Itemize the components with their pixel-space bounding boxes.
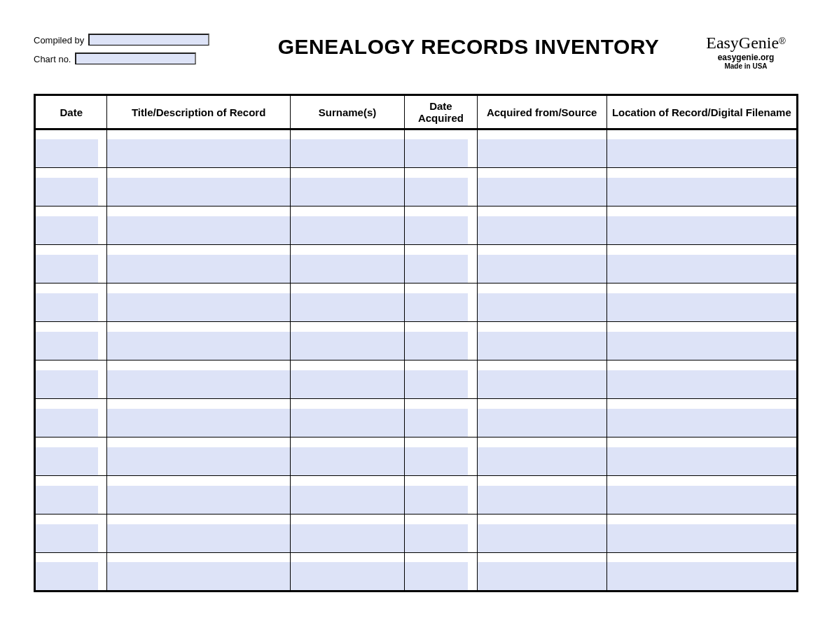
- col-date-acquired: Date Acquired: [405, 95, 477, 130]
- date-input[interactable]: [36, 216, 98, 244]
- cell-source: [477, 284, 606, 322]
- cell-title: [107, 360, 290, 399]
- date-input[interactable]: [36, 562, 98, 590]
- title-input[interactable]: [107, 486, 289, 514]
- surname-input[interactable]: [291, 524, 404, 552]
- cell-date-acquired: [405, 168, 477, 206]
- date-acquired-input[interactable]: [405, 293, 468, 321]
- title-input[interactable]: [107, 524, 289, 552]
- surname-input[interactable]: [291, 293, 404, 321]
- table-row: [35, 438, 798, 476]
- cell-date-acquired: [405, 130, 477, 168]
- cell-date-acquired: [405, 284, 477, 322]
- surname-input[interactable]: [291, 332, 404, 360]
- date-input[interactable]: [36, 370, 98, 398]
- source-input[interactable]: [478, 216, 606, 244]
- surname-input[interactable]: [291, 562, 404, 590]
- title-input[interactable]: [107, 409, 289, 437]
- location-input[interactable]: [607, 216, 796, 244]
- date-acquired-input[interactable]: [405, 139, 468, 167]
- location-input[interactable]: [607, 409, 796, 437]
- compiled-by-input[interactable]: [88, 34, 209, 46]
- cell-source: [477, 438, 606, 476]
- header-meta: Compiled by Chart no.: [34, 34, 244, 71]
- cell-date-acquired: [405, 322, 477, 360]
- cell-date: [35, 553, 107, 592]
- date-input[interactable]: [36, 139, 98, 167]
- title-input[interactable]: [107, 255, 289, 283]
- cell-source: [477, 206, 606, 245]
- chart-no-label: Chart no.: [34, 54, 71, 64]
- date-input[interactable]: [36, 409, 98, 437]
- date-input[interactable]: [36, 524, 98, 552]
- source-input[interactable]: [478, 447, 606, 475]
- surname-input[interactable]: [291, 409, 404, 437]
- surname-input[interactable]: [291, 216, 404, 244]
- date-acquired-input[interactable]: [405, 178, 468, 206]
- cell-location: [606, 168, 797, 206]
- date-input[interactable]: [36, 332, 98, 360]
- surname-input[interactable]: [291, 178, 404, 206]
- cell-date-acquired: [405, 476, 477, 514]
- cell-surname: [290, 168, 404, 206]
- chart-no-input[interactable]: [75, 52, 196, 64]
- source-input[interactable]: [478, 409, 606, 437]
- date-input[interactable]: [36, 178, 98, 206]
- cell-surname: [290, 438, 404, 476]
- date-acquired-input[interactable]: [405, 255, 468, 283]
- date-acquired-input[interactable]: [405, 409, 468, 437]
- title-input[interactable]: [107, 139, 289, 167]
- source-input[interactable]: [478, 486, 606, 514]
- date-acquired-input[interactable]: [405, 216, 468, 244]
- title-input[interactable]: [107, 447, 289, 475]
- source-input[interactable]: [478, 370, 606, 398]
- date-acquired-input[interactable]: [405, 562, 468, 590]
- date-acquired-input[interactable]: [405, 524, 468, 552]
- location-input[interactable]: [607, 562, 796, 590]
- cell-title: [107, 130, 290, 168]
- source-input[interactable]: [478, 332, 606, 360]
- date-acquired-input[interactable]: [405, 370, 468, 398]
- source-input[interactable]: [478, 139, 606, 167]
- form-header: Compiled by Chart no. GENEALOGY RECORDS …: [34, 34, 798, 71]
- date-acquired-input[interactable]: [405, 332, 468, 360]
- surname-input[interactable]: [291, 486, 404, 514]
- source-input[interactable]: [478, 178, 606, 206]
- location-input[interactable]: [607, 486, 796, 514]
- location-input[interactable]: [607, 447, 796, 475]
- location-input[interactable]: [607, 332, 796, 360]
- date-input[interactable]: [36, 486, 98, 514]
- cell-surname: [290, 206, 404, 245]
- title-input[interactable]: [107, 332, 289, 360]
- title-input[interactable]: [107, 293, 289, 321]
- title-input[interactable]: [107, 562, 289, 590]
- location-input[interactable]: [607, 139, 796, 167]
- date-input[interactable]: [36, 293, 98, 321]
- title-input[interactable]: [107, 370, 289, 398]
- cell-location: [606, 438, 797, 476]
- location-input[interactable]: [607, 524, 796, 552]
- cell-source: [477, 168, 606, 206]
- title-input[interactable]: [107, 178, 289, 206]
- source-input[interactable]: [478, 255, 606, 283]
- col-location: Location of Record/Digital Filename: [606, 95, 797, 130]
- title-input[interactable]: [107, 216, 289, 244]
- surname-input[interactable]: [291, 139, 404, 167]
- date-acquired-input[interactable]: [405, 486, 468, 514]
- col-date: Date: [35, 95, 107, 130]
- location-input[interactable]: [607, 255, 796, 283]
- source-input[interactable]: [478, 562, 606, 590]
- surname-input[interactable]: [291, 447, 404, 475]
- source-input[interactable]: [478, 293, 606, 321]
- location-input[interactable]: [607, 178, 796, 206]
- date-input[interactable]: [36, 447, 98, 475]
- location-input[interactable]: [607, 293, 796, 321]
- location-input[interactable]: [607, 370, 796, 398]
- date-acquired-input[interactable]: [405, 447, 468, 475]
- surname-input[interactable]: [291, 370, 404, 398]
- source-input[interactable]: [478, 524, 606, 552]
- cell-location: [606, 284, 797, 322]
- surname-input[interactable]: [291, 255, 404, 283]
- date-input[interactable]: [36, 255, 98, 283]
- table-row: [35, 284, 798, 322]
